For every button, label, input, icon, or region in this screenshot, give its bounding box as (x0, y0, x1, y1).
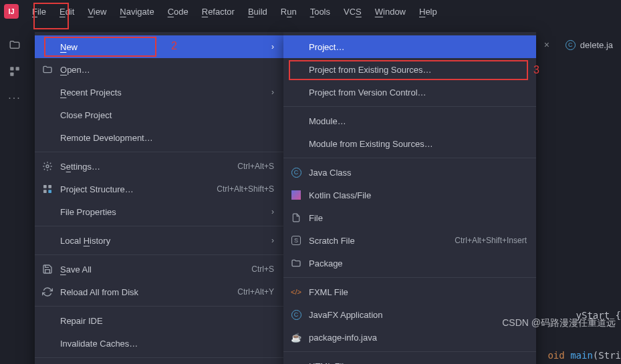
menu-open[interactable]: Open… (35, 58, 283, 81)
menu-new-package[interactable]: Package (283, 252, 536, 275)
annotation-number-2: 2 (171, 40, 177, 52)
java-file-icon: C (566, 40, 576, 50)
close-icon[interactable]: × (544, 39, 549, 50)
open-folder-icon (42, 64, 53, 75)
submenu-arrow-icon: › (271, 236, 274, 245)
separator (35, 357, 283, 358)
scratch-icon: S (291, 236, 301, 245)
package-icon (291, 258, 301, 268)
ide-logo: IJ (4, 4, 19, 19)
menu-invalidate-caches[interactable]: Invalidate Caches… (35, 332, 283, 355)
menubar: IJ File Edit View Navigate Code Refactor… (0, 0, 621, 23)
structure-icon[interactable] (9, 65, 21, 77)
menu-project-vcs[interactable]: Project from Version Control… (283, 81, 536, 104)
submenu-arrow-icon: › (271, 207, 274, 216)
gear-icon (42, 161, 53, 172)
separator (283, 106, 536, 107)
separator (35, 254, 283, 255)
menu-kotlin-class[interactable]: Kotlin Class/File (283, 184, 536, 206)
separator (35, 306, 283, 307)
menu-project-existing[interactable]: Project from Existing Sources… (283, 58, 536, 81)
menu-code[interactable]: Code (161, 3, 195, 20)
new-submenu-dropdown: Project… Project from Existing Sources… … (283, 32, 536, 364)
svg-rect-2 (10, 73, 13, 76)
file-icon (291, 212, 301, 223)
menu-new[interactable]: New › (35, 35, 283, 58)
more-icon[interactable]: ··· (8, 92, 21, 104)
code-fragment: oid main(Stri (547, 329, 621, 364)
menu-package-info[interactable]: ☕ package-info.java (283, 326, 536, 349)
folder-icon[interactable] (9, 39, 21, 51)
menu-file[interactable]: File (25, 3, 53, 20)
tool-sidebar: ··· (0, 32, 29, 364)
svg-rect-6 (43, 190, 47, 193)
menu-recent-projects[interactable]: Recent Projects › (35, 81, 283, 104)
submenu-arrow-icon: › (271, 87, 274, 97)
svg-rect-4 (43, 185, 47, 188)
submenu-arrow-icon: › (271, 42, 274, 51)
javafx-icon: C (291, 310, 301, 320)
fxml-icon: </> (291, 288, 301, 296)
svg-rect-1 (16, 67, 19, 70)
menu-java-class[interactable]: C Java Class (283, 161, 536, 184)
tab-label: delete.ja (580, 40, 613, 50)
menu-javafx-app[interactable]: C JavaFX Application (283, 303, 536, 326)
menu-new-file[interactable]: File (283, 206, 536, 229)
menu-refactor[interactable]: Refactor (195, 3, 241, 20)
menu-edit[interactable]: Edit (53, 3, 81, 20)
menu-view[interactable]: View (81, 3, 113, 20)
menu-tools[interactable]: Tools (303, 3, 337, 20)
svg-rect-5 (48, 185, 51, 188)
menu-module-existing[interactable]: Module from Existing Sources… (283, 132, 536, 155)
menu-project-structure[interactable]: Project Structure… Ctrl+Alt+Shift+S (35, 178, 283, 200)
menu-reload-disk[interactable]: Reload All from Disk Ctrl+Alt+Y (35, 281, 283, 303)
menu-navigate[interactable]: Navigate (113, 3, 160, 20)
annotation-number-3: 3 (533, 64, 539, 76)
watermark: CSDN @码路漫漫任重道远 (502, 317, 616, 329)
menu-remote-dev[interactable]: Remote Development… (35, 126, 283, 149)
tab-close[interactable]: × (533, 33, 557, 57)
file-menu-dropdown: New › Open… Recent Projects › Close Proj… (35, 32, 283, 364)
menu-close-project[interactable]: Close Project (35, 104, 283, 126)
structure-icon (42, 184, 53, 194)
svg-point-3 (46, 165, 49, 168)
menu-file-properties[interactable]: File Properties › (35, 200, 283, 223)
kotlin-icon (291, 190, 301, 200)
menu-build[interactable]: Build (241, 3, 274, 20)
menu-window[interactable]: Window (368, 3, 412, 20)
menu-html-file[interactable]: <> HTML File (283, 355, 536, 364)
menu-fxml-file[interactable]: </> FXML File (283, 281, 536, 303)
svg-rect-0 (10, 67, 13, 70)
menu-help[interactable]: Help (412, 3, 444, 20)
separator (283, 277, 536, 278)
coffee-icon: ☕ (291, 333, 301, 343)
separator (35, 226, 283, 226)
menu-settings[interactable]: Settings… Ctrl+Alt+S (35, 155, 283, 178)
menu-local-history[interactable]: Local History › (35, 229, 283, 252)
menu-manage-ide-settings[interactable]: Manage IDE Settings › (35, 361, 283, 364)
separator (35, 152, 283, 152)
menu-vcs[interactable]: VCS (337, 3, 368, 20)
menu-repair-ide[interactable]: Repair IDE (35, 309, 283, 332)
separator (283, 351, 536, 352)
svg-rect-7 (48, 190, 51, 193)
save-icon (42, 264, 53, 275)
java-class-icon: C (291, 168, 301, 178)
tab-delete[interactable]: C delete.ja (557, 33, 621, 57)
separator (283, 158, 536, 158)
menu-save-all[interactable]: Save All Ctrl+S (35, 258, 283, 281)
reload-icon (42, 287, 53, 297)
menu-new-module[interactable]: Module… (283, 110, 536, 132)
menu-scratch-file[interactable]: S Scratch File Ctrl+Alt+Shift+Insert (283, 229, 536, 252)
menu-run[interactable]: Run (274, 3, 303, 20)
menu-new-project[interactable]: Project… (283, 35, 536, 58)
